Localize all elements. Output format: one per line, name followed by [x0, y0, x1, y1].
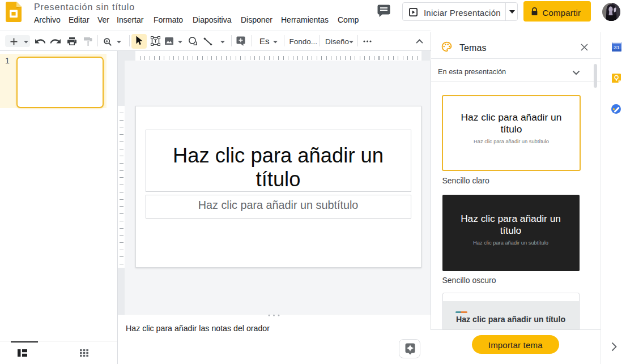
svg-text:31: 31 [614, 44, 620, 50]
